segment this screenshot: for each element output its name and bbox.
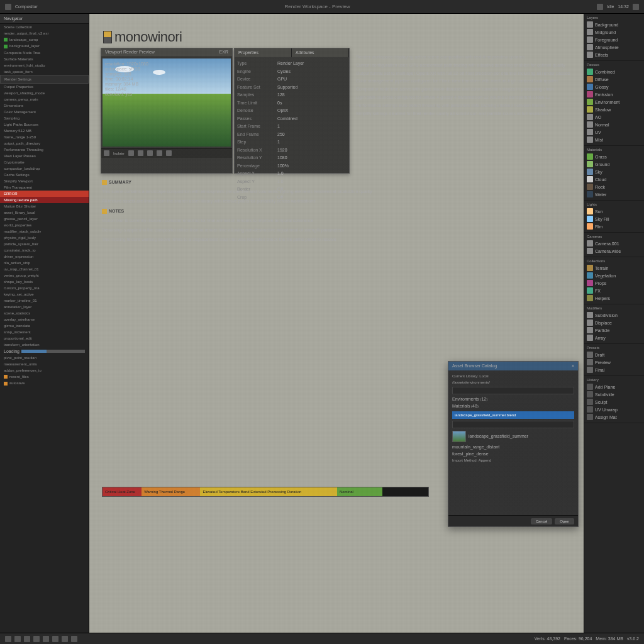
- panel-item[interactable]: Diffuse: [587, 75, 641, 83]
- sidebar-item[interactable]: custom_property_rna: [0, 285, 89, 291]
- proportional-icon[interactable]: [52, 636, 58, 642]
- sidebar-item[interactable]: output_path_directory: [0, 140, 89, 147]
- panel-item[interactable]: Shadow: [587, 106, 641, 113]
- sidebar-item[interactable]: Color Management: [0, 109, 89, 115]
- settings-icon[interactable]: [633, 4, 639, 10]
- sidebar-item[interactable]: Render Settings: [0, 75, 89, 84]
- panel-item[interactable]: Array: [587, 334, 641, 341]
- panel-item[interactable]: Vegetation: [587, 272, 641, 279]
- panel-item[interactable]: Sculpt: [587, 398, 641, 406]
- sidebar-item[interactable]: particle_system_hair: [0, 241, 89, 247]
- panel-item[interactable]: Props: [587, 279, 641, 287]
- tool-move-icon[interactable]: [128, 150, 134, 156]
- sidebar-item[interactable]: modifier_stack_subdiv: [0, 228, 89, 235]
- tool-measure-icon[interactable]: [157, 150, 162, 156]
- sidebar-item[interactable]: Dimensions: [0, 103, 89, 109]
- section-header[interactable]: Materials: [587, 148, 641, 152]
- panel-item[interactable]: Combined: [587, 68, 641, 75]
- sidebar-item[interactable]: Surface Materials: [0, 56, 89, 62]
- sidebar-item[interactable]: recent_files: [0, 374, 89, 380]
- sidebar-item[interactable]: shape_key_basis: [0, 279, 89, 285]
- sidebar-item[interactable]: world_properties: [0, 222, 89, 228]
- sidebar-item[interactable]: gizmo_translate: [0, 323, 89, 329]
- sidebar-item[interactable]: proportional_edit: [0, 335, 89, 341]
- panel-item[interactable]: Subdivision: [587, 311, 641, 319]
- panel-item[interactable]: Normal: [587, 121, 641, 128]
- group-environments[interactable]: Environments (12): [452, 396, 574, 402]
- panel-item[interactable]: Cloud: [587, 175, 641, 183]
- panel-item[interactable]: Assign Mat: [587, 413, 641, 421]
- asset-item[interactable]: landscape_grassfield_summer: [452, 430, 574, 443]
- sidebar-item[interactable]: landscape_comp: [0, 36, 89, 43]
- sidebar-item[interactable]: Light Paths Bounces: [0, 121, 89, 128]
- render-icon[interactable]: [71, 636, 77, 642]
- panel-item[interactable]: Glossy: [587, 83, 641, 91]
- panel-item[interactable]: Rock: [587, 183, 641, 191]
- preview-header[interactable]: Viewport Render Preview EXR: [101, 48, 232, 57]
- sidebar-item[interactable]: transform_orientation: [0, 341, 89, 348]
- sidebar-item[interactable]: Scene Collection: [0, 24, 89, 30]
- sidebar-item[interactable]: measurement_units: [0, 361, 89, 367]
- sidebar-item[interactable]: Film Transparent: [0, 184, 89, 191]
- section-header[interactable]: Lights: [587, 203, 641, 206]
- panel-item[interactable]: Foreground: [587, 36, 641, 43]
- panel-item[interactable]: Background: [587, 21, 641, 28]
- sidebar-item[interactable]: keying_set_active: [0, 291, 89, 297]
- sidebar-item[interactable]: task_queue_item: [0, 69, 89, 75]
- panel-item[interactable]: Subdivide: [587, 391, 641, 398]
- sidebar-item[interactable]: vertex_group_weight: [0, 272, 89, 279]
- panel-item[interactable]: Sky: [587, 168, 641, 175]
- orient-icon[interactable]: [43, 636, 49, 642]
- tool-select-icon[interactable]: [104, 150, 109, 156]
- section-header[interactable]: Presets: [587, 346, 641, 350]
- sidebar-item[interactable]: pivot_point_median: [0, 355, 89, 361]
- sidebar-item[interactable]: Simplify Viewport: [0, 178, 89, 184]
- sidebar-item[interactable]: render_output_final_v2.exr: [0, 30, 89, 36]
- panel-item[interactable]: Effects: [587, 51, 641, 58]
- panel-item[interactable]: Environment: [587, 98, 641, 106]
- panel-item[interactable]: UV: [587, 128, 641, 136]
- selected-asset[interactable]: landscape_grassfield_summer.blend: [452, 411, 574, 419]
- sidebar-item[interactable]: Composite Node Tree: [0, 50, 89, 56]
- sidebar-item[interactable]: overlay_wireframe: [0, 316, 89, 323]
- asset-item[interactable]: mountain_range_distant: [452, 443, 574, 450]
- panel-item[interactable]: Ground: [587, 160, 641, 168]
- panel-item[interactable]: Helpers: [587, 294, 641, 302]
- panel-item[interactable]: Mist: [587, 136, 641, 143]
- tool-annotate-icon[interactable]: [166, 150, 172, 156]
- panel-item[interactable]: Camera.001: [587, 240, 641, 247]
- cancel-button[interactable]: Cancel: [531, 518, 553, 525]
- sidebar-item[interactable]: scene_statistics: [0, 310, 89, 316]
- panel-item[interactable]: Grass: [587, 153, 641, 160]
- panel-item[interactable]: Camera.wide: [587, 247, 641, 255]
- panel-item[interactable]: Displace: [587, 319, 641, 326]
- sidebar-item[interactable]: Memory 512 MB: [0, 128, 89, 134]
- sidebar-item[interactable]: asset_library_local: [0, 209, 89, 216]
- close-icon[interactable]: ×: [572, 364, 574, 369]
- magnet-icon[interactable]: [24, 636, 30, 642]
- layer-icon[interactable]: [62, 636, 68, 642]
- sidebar-item[interactable]: uv_map_channel_01: [0, 266, 89, 272]
- sidebar-item[interactable]: compositor_backdrop: [0, 165, 89, 172]
- sidebar-item[interactable]: background_layer: [0, 43, 89, 49]
- tab-attributes[interactable]: Attributes: [292, 48, 349, 57]
- tool-scale-icon[interactable]: [147, 150, 153, 156]
- sidebar-item[interactable]: grease_pencil_layer: [0, 216, 89, 222]
- sidebar-item[interactable]: driver_expression: [0, 253, 89, 260]
- sidebar-item[interactable]: camera_persp_main: [0, 96, 89, 103]
- sidebar-item[interactable]: nla_action_strip: [0, 260, 89, 266]
- sidebar-item[interactable]: snap_increment: [0, 329, 89, 335]
- panel-item[interactable]: Rim: [587, 223, 641, 230]
- panel-item[interactable]: Add Plane: [587, 383, 641, 391]
- section-header[interactable]: Modifiers: [587, 306, 641, 310]
- preview-image[interactable]: resolution: 1920x1080colorspace: sRGBsam…: [103, 58, 231, 147]
- sidebar-item[interactable]: frame_range 1-250: [0, 134, 89, 140]
- sidebar-item[interactable]: Output Properties: [0, 84, 89, 90]
- grid-icon[interactable]: [5, 636, 11, 642]
- panel-item[interactable]: Final: [587, 366, 641, 374]
- snap-icon[interactable]: [14, 636, 21, 642]
- group-materials[interactable]: Materials (48): [452, 402, 574, 409]
- section-header[interactable]: Passes: [587, 63, 641, 67]
- tab-properties[interactable]: Properties: [235, 48, 292, 57]
- sidebar-item[interactable]: autosave: [0, 380, 89, 386]
